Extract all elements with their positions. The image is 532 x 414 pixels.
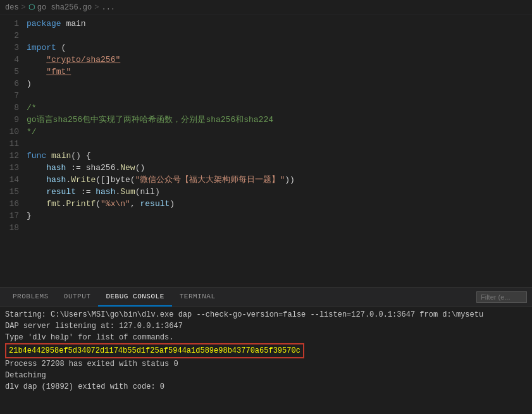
code-line-17: } <box>27 210 532 222</box>
breadcrumb-icon: ⬡ <box>28 3 35 12</box>
hash-value: 21b4e442958ef5d34072d1174b55d1f25af5944a… <box>5 343 304 358</box>
code-line-9: go语言sha256包中实现了两种哈希函数，分别是sha256和sha224 <box>27 114 532 126</box>
tab-terminal[interactable]: TERMINAL <box>172 288 223 307</box>
code-line-3: import ( <box>27 42 532 54</box>
output-line-6: Detaching <box>5 370 527 381</box>
code-line-10: */ <box>27 126 532 138</box>
code-line-4: "crypto/sha256" <box>27 54 532 66</box>
tab-problems[interactable]: PROBLEMS <box>5 288 56 307</box>
code-line-6: ) <box>27 78 532 90</box>
bottom-panel: PROBLEMS OUTPUT DEBUG CONSOLE TERMINAL S… <box>0 288 532 414</box>
code-line-14: hash.Write([]byte("微信公众号【福大大架构师每日一题】")) <box>27 174 532 186</box>
code-line-12: func main() { <box>27 150 532 162</box>
code-line-5: "fmt" <box>27 66 532 78</box>
code-line-1: package main <box>27 18 532 30</box>
code-line-18 <box>27 222 532 234</box>
code-line-8: /* <box>27 102 532 114</box>
hash-line: 21b4e442958ef5d34072d1174b55d1f25af5944a… <box>5 343 527 358</box>
breadcrumb-des: des <box>5 3 19 12</box>
output-line-5: Process 27208 has exited with status 0 <box>5 358 527 370</box>
filter-input[interactable] <box>476 291 527 303</box>
output-line-7: dlv dap (19892) exited with code: 0 <box>5 381 527 393</box>
breadcrumb-file: go sha256.go <box>37 3 92 12</box>
code-line-13: hash := sha256.New() <box>27 162 532 174</box>
output-line-3: Type 'dlv help' for list of commands. <box>5 332 527 343</box>
code-editor-content[interactable]: package main import ( "crypto/sha256" "f… <box>27 18 532 284</box>
code-line-11 <box>27 138 532 150</box>
panel-tabs: PROBLEMS OUTPUT DEBUG CONSOLE TERMINAL <box>0 288 532 307</box>
code-line-7 <box>27 90 532 102</box>
code-line-16: fmt.Printf("%x\n", result) <box>27 198 532 210</box>
tab-debug-console[interactable]: DEBUG CONSOLE <box>98 288 171 307</box>
code-container: 12345 678910 1112131415 161718 package m… <box>0 15 532 287</box>
code-line-2 <box>27 30 532 42</box>
output-line-2: DAP server listening at: 127.0.0.1:3647 <box>5 320 527 332</box>
editor: 12345 678910 1112131415 161718 package m… <box>0 15 532 287</box>
line-numbers: 12345 678910 1112131415 161718 <box>0 18 27 284</box>
top-bar: des > ⬡ go sha256.go > ... <box>0 0 532 15</box>
breadcrumb-ellipsis: ... <box>101 3 115 12</box>
code-line-15: result := hash.Sum(nil) <box>27 186 532 198</box>
panel-content: Starting: C:\Users\MSI\go\bin\dlv.exe da… <box>0 307 532 414</box>
output-line-1: Starting: C:\Users\MSI\go\bin\dlv.exe da… <box>5 309 527 320</box>
tab-output[interactable]: OUTPUT <box>56 288 99 307</box>
